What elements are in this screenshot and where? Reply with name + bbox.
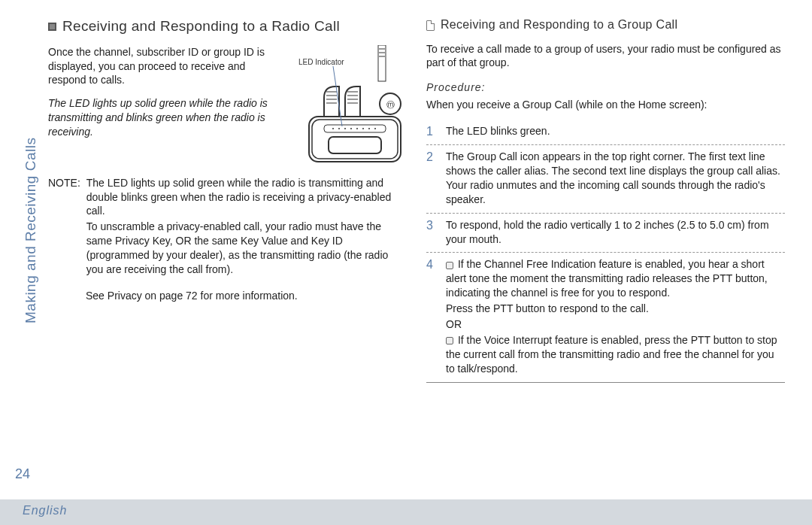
main-content: Receiving and Responding to a Radio Call… (39, 0, 812, 525)
heading-radio-call: Receiving and Responding to a Radio Call (62, 17, 340, 36)
led-indicator-label: LED Indicator (298, 57, 344, 68)
step-text: Press the PTT button to respond to the c… (446, 302, 785, 316)
svg-point-10 (344, 128, 346, 129)
see-privacy-ref: See Privacy on page 72 for more informat… (86, 289, 407, 303)
step-number: 4 (426, 257, 437, 377)
language-bar: English (0, 499, 812, 525)
procedure-label: Procedure: (426, 80, 785, 95)
step-3: 3 To respond, hold the radio vertically … (426, 214, 785, 253)
note-block: NOTE: The LED lights up solid green whil… (48, 176, 407, 278)
language-label: English (23, 502, 67, 519)
svg-point-9 (338, 128, 340, 129)
svg-point-15 (374, 128, 376, 129)
feature-icon (446, 337, 453, 344)
svg-point-13 (362, 128, 364, 129)
section-label: Making and Receiving Calls (21, 138, 41, 323)
page-icon (426, 20, 435, 31)
feature-icon (446, 262, 453, 269)
step-text: The LED blinks green. (446, 124, 785, 138)
step-text: To respond, hold the radio vertically 1 … (446, 218, 785, 247)
step-number: 1 (426, 124, 437, 140)
intro-text: Once the channel, subscriber ID or group… (48, 45, 283, 88)
step-text: OR (446, 317, 785, 332)
page-number: 24 (15, 465, 30, 483)
right-column: Receiving and Responding to a Group Call… (426, 17, 785, 487)
svg-point-11 (350, 128, 352, 129)
step-number: 3 (426, 218, 437, 248)
heading-group-call: Receiving and Responding to a Group Call (441, 17, 677, 33)
sidebar: Making and Receiving Calls 24 (0, 0, 39, 525)
step-4: 4 If the Channel Free Indication feature… (426, 253, 785, 382)
left-column: Receiving and Responding to a Radio Call… (48, 17, 407, 487)
led-italic-note: The LED lights up solid green while the … (48, 96, 283, 139)
step-number: 2 (426, 150, 437, 208)
note-paragraph-2: To unscramble a privacy-enabled call, yo… (86, 220, 407, 277)
svg-text:ⓜ: ⓜ (386, 100, 395, 109)
square-bullet-icon (48, 23, 56, 31)
svg-point-8 (332, 128, 334, 129)
step-text: If the Channel Free Indication feature i… (446, 257, 785, 300)
svg-rect-0 (378, 45, 386, 81)
group-intro: To receive a call made to a group of use… (426, 42, 785, 71)
note-paragraph-1: The LED lights up solid green while the … (86, 176, 407, 219)
step-text: The Group Call icon appears in the top r… (446, 150, 785, 207)
svg-rect-6 (329, 137, 381, 153)
step-2: 2 The Group Call icon appears in the top… (426, 145, 785, 214)
svg-point-14 (368, 128, 370, 129)
procedure-sub: When you receive a Group Call (while on … (426, 98, 785, 112)
svg-point-12 (356, 128, 358, 129)
step-text: If the Voice Interrupt feature is enable… (446, 333, 785, 376)
radio-figure: LED Indicator ⓜ (294, 45, 407, 165)
note-label: NOTE: (48, 176, 80, 278)
step-1: 1 The LED blinks green. (426, 120, 785, 145)
